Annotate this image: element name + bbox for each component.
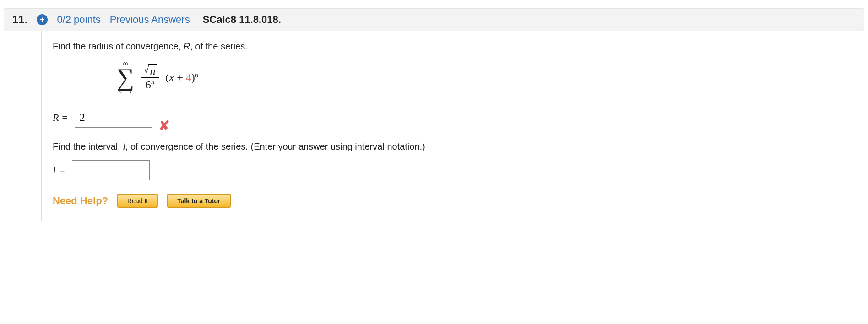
help-row: Need Help? Read It Talk to a Tutor	[53, 194, 857, 208]
talk-to-tutor-button[interactable]: Talk to a Tutor	[167, 194, 230, 208]
incorrect-icon: ✘	[159, 118, 169, 133]
denominator: 6n	[143, 78, 157, 92]
constant: 4	[186, 71, 191, 83]
previous-answers-link[interactable]: Previous Answers	[110, 14, 190, 26]
answer-row-R: R = ✘	[53, 108, 857, 128]
answer-row-I: I =	[53, 160, 857, 180]
question-container: 11. + 0/2 points Previous Answers SCalc8…	[0, 8, 868, 221]
den-base: 6	[146, 79, 151, 91]
prompt-text: , of the series.	[190, 41, 248, 51]
points-label: 0/2 points	[57, 14, 100, 26]
read-it-button[interactable]: Read It	[117, 194, 158, 208]
fraction: √ n 6n	[141, 63, 159, 92]
variable-R: R	[184, 41, 190, 51]
need-help-label: Need Help?	[53, 195, 108, 207]
paren-open: (	[166, 71, 169, 83]
prompt-interval: Find the interval, I, of convergence of …	[53, 141, 857, 152]
R-input[interactable]	[75, 108, 152, 128]
sigma-symbol: ∞ ∑ n = 1	[117, 60, 135, 95]
square-root: √ n	[144, 64, 157, 78]
sigma-icon: ∑	[117, 67, 135, 88]
I-input[interactable]	[72, 160, 150, 180]
question-header: 11. + 0/2 points Previous Answers SCalc8…	[4, 8, 864, 31]
paren-close: )	[191, 71, 195, 83]
prompt-radius: Find the radius of convergence, R, of th…	[53, 41, 857, 52]
den-exponent: n	[151, 78, 155, 86]
var-x: x	[169, 71, 174, 83]
textbook-reference: SCalc8 11.8.018.	[203, 14, 281, 26]
factor: (x + 4)n	[166, 70, 199, 84]
R-label: R =	[53, 112, 68, 124]
prompt-text: Find the radius of convergence,	[53, 41, 184, 51]
question-body: Find the radius of convergence, R, of th…	[41, 31, 868, 221]
prompt-text: Find the interval,	[53, 141, 123, 151]
plus-sign: +	[174, 71, 186, 83]
sigma-lower-bound: n = 1	[119, 88, 132, 95]
factor-exponent: n	[195, 70, 199, 78]
prompt-text: , of convergence of the series. (Enter y…	[125, 141, 425, 151]
I-label: I =	[53, 164, 65, 176]
question-number: 11.	[12, 13, 27, 26]
radicand: n	[148, 64, 157, 78]
numerator: √ n	[141, 63, 159, 78]
series-formula: ∞ ∑ n = 1 √ n 6n (x + 4)n	[117, 60, 857, 95]
plus-icon[interactable]: +	[37, 14, 48, 25]
